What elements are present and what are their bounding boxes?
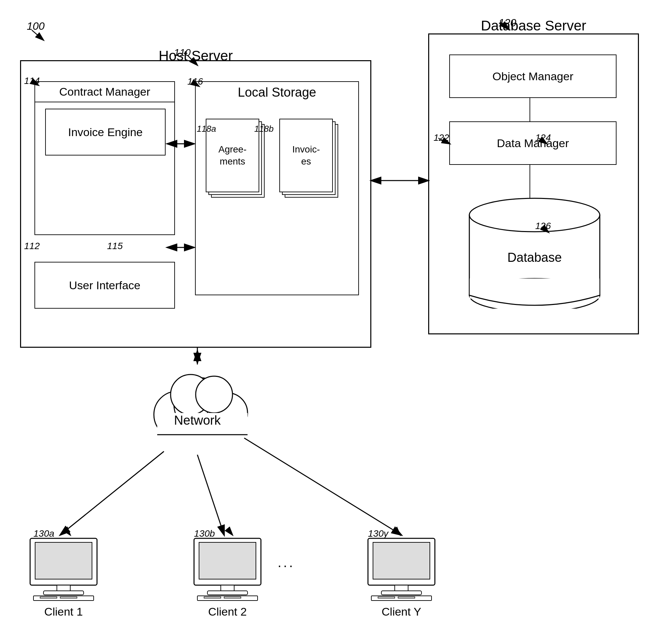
- svg-text:Network: Network: [174, 413, 221, 427]
- clienty-label: Client Y: [355, 605, 448, 618]
- svg-line-56: [395, 529, 400, 535]
- data-manager-title: Data Manager: [497, 137, 569, 150]
- invoices-label: Invoic-es: [292, 143, 320, 168]
- contract-manager-title: Contract Manager: [35, 82, 174, 102]
- local-storage-box: Local Storage Agree-ments Invoic-es: [195, 81, 359, 295]
- ref-110: 110: [174, 47, 191, 58]
- object-manager-title: Object Manager: [492, 70, 573, 83]
- svg-point-1: [469, 198, 600, 232]
- svg-line-50: [60, 452, 164, 535]
- network-cloud: Network: [134, 361, 261, 455]
- client2-group: Client 2: [181, 535, 274, 618]
- db-server-box: Database Server Object Manager Data Mana…: [428, 33, 639, 335]
- invoice-engine-title: Invoice Engine: [68, 126, 142, 139]
- dots: ...: [278, 555, 295, 570]
- client2-label: Client 2: [181, 605, 274, 618]
- data-manager-box: Data Manager: [449, 121, 617, 165]
- svg-line-51: [197, 455, 224, 535]
- svg-rect-14: [35, 542, 92, 579]
- contract-manager-box: Contract Manager Invoice Engine: [35, 81, 175, 235]
- ref-122: 122: [434, 132, 449, 143]
- ref-112: 112: [24, 241, 40, 251]
- svg-line-54: [65, 529, 70, 535]
- ref-116: 116: [187, 76, 203, 87]
- host-server-box: Host Server Contract Manager Invoice Eng…: [20, 60, 371, 348]
- svg-line-52: [244, 438, 401, 535]
- client1-label: Client 1: [17, 605, 110, 618]
- user-interface-box: User Interface: [35, 262, 175, 308]
- clienty-group: Client Y: [355, 535, 448, 618]
- database-cylinder: Database: [463, 195, 607, 308]
- agreements-label: Agree-ments: [218, 143, 246, 168]
- svg-rect-3: [470, 278, 599, 299]
- diagram: 100 Host Server Contract Manager Invoice…: [0, 0, 660, 644]
- svg-rect-21: [199, 542, 256, 579]
- ref-124: 124: [535, 132, 551, 143]
- svg-rect-28: [373, 542, 430, 579]
- ref-100: 100: [27, 20, 44, 32]
- object-manager-box: Object Manager: [449, 54, 617, 98]
- ref-118b: 118b: [254, 124, 273, 134]
- ref-120: 120: [499, 17, 516, 29]
- svg-point-9: [196, 376, 233, 413]
- local-storage-title: Local Storage: [196, 82, 358, 103]
- ref-126: 126: [535, 221, 551, 231]
- client1-group: Client 1: [17, 535, 110, 618]
- invoice-engine-box: Invoice Engine: [45, 109, 166, 156]
- svg-rect-16: [43, 591, 84, 595]
- svg-rect-23: [207, 591, 247, 595]
- svg-rect-30: [381, 591, 421, 595]
- svg-line-55: [227, 529, 233, 535]
- ref-118a: 118a: [197, 124, 216, 134]
- ref-115: 115: [107, 241, 123, 251]
- host-server-title: Host Server: [158, 48, 233, 64]
- db-server-title: Database Server: [481, 18, 586, 34]
- ref-114: 114: [24, 75, 40, 86]
- svg-text:Database: Database: [507, 250, 562, 264]
- user-interface-title: User Interface: [69, 279, 140, 292]
